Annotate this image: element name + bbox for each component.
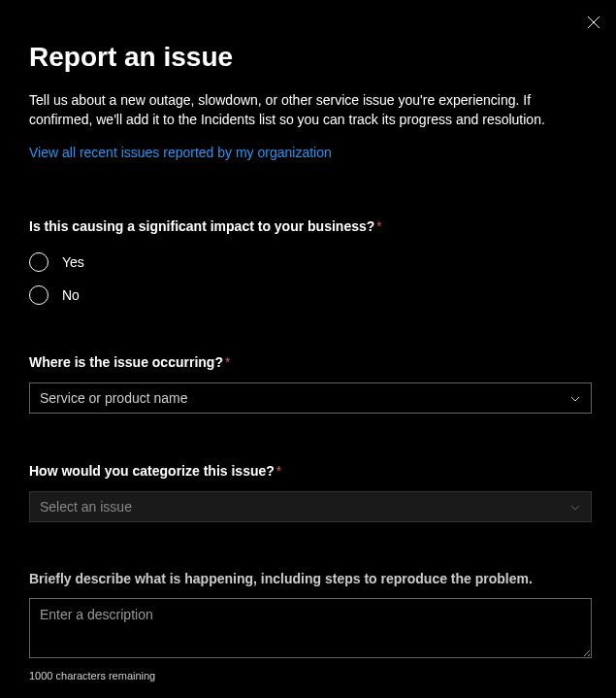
service-select-placeholder: Service or product name bbox=[40, 390, 188, 406]
character-count: 1000 characters remaining bbox=[29, 670, 587, 681]
categorize-section: How would you categorize this issue?* Se… bbox=[29, 462, 587, 522]
where-label: Where is the issue occurring? bbox=[29, 354, 223, 370]
issue-category-placeholder: Select an issue bbox=[40, 499, 132, 515]
radio-label-no: No bbox=[62, 287, 80, 303]
page-title: Report an issue bbox=[29, 42, 587, 73]
close-button[interactable] bbox=[586, 15, 601, 30]
required-indicator: * bbox=[376, 218, 381, 234]
chevron-down-icon bbox=[569, 392, 581, 404]
radio-button-icon bbox=[29, 285, 49, 305]
categorize-label: How would you categorize this issue? bbox=[29, 463, 275, 479]
service-select[interactable]: Service or product name bbox=[29, 382, 592, 414]
required-indicator: * bbox=[276, 463, 281, 479]
chevron-down-icon bbox=[569, 501, 581, 513]
describe-section: Briefly describe what is happening, incl… bbox=[29, 571, 587, 681]
issue-category-select: Select an issue bbox=[29, 491, 592, 522]
impact-label: Is this causing a significant impact to … bbox=[29, 218, 374, 234]
where-section: Where is the issue occurring?* Service o… bbox=[29, 353, 587, 414]
page-description: Tell us about a new outage, slowdown, or… bbox=[29, 90, 572, 130]
description-textarea[interactable] bbox=[29, 598, 592, 658]
impact-radio-group: Yes No bbox=[29, 252, 587, 305]
radio-button-icon bbox=[29, 252, 49, 272]
required-indicator: * bbox=[225, 354, 230, 370]
view-recent-issues-link[interactable]: View all recent issues reported by my or… bbox=[29, 145, 332, 160]
close-icon bbox=[587, 16, 600, 29]
impact-section: Is this causing a significant impact to … bbox=[29, 217, 587, 305]
impact-radio-yes[interactable]: Yes bbox=[29, 252, 587, 272]
radio-label-yes: Yes bbox=[62, 254, 84, 270]
impact-radio-no[interactable]: No bbox=[29, 285, 587, 305]
describe-label: Briefly describe what is happening, incl… bbox=[29, 571, 587, 586]
